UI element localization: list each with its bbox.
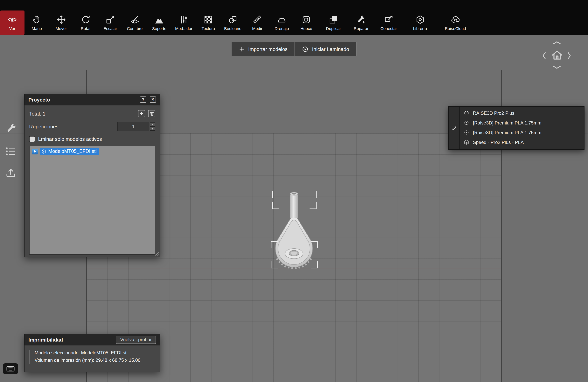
toolbar-separator [437,12,437,33]
ruler-icon [252,15,262,24]
model-list-button[interactable] [5,146,16,157]
expand-arrow-button[interactable] [32,149,38,154]
tool-scale-button[interactable]: Escalar [98,11,123,35]
view-home-button[interactable] [551,49,563,61]
tool-connect-button[interactable]: Conectar [375,11,402,35]
add-model-button[interactable] [138,110,145,117]
tool-rotate-button[interactable]: Rotar [74,11,98,35]
sliders-icon [179,15,189,24]
tool-move-button[interactable]: Mover [49,11,74,35]
import-models-button[interactable]: Importar modelos [232,42,294,56]
tool-label: Drenaje [274,26,289,31]
printer-icon [463,110,469,116]
model-3d-object[interactable] [272,189,316,269]
view-up-button[interactable] [552,40,562,46]
slice-template-label: Speed - Pro2 Plus - PLA [473,139,524,145]
support-icon [154,15,164,24]
start-slice-button[interactable]: Iniciar Laminado [294,42,356,56]
printability-panel: ••••• Imprimibilidad Vuelva...probar Mod… [24,334,160,372]
tool-raisecloud-button[interactable]: RaiseCloud [438,11,473,35]
selection-bracket [271,261,278,268]
delete-model-button[interactable] [148,110,155,117]
main-action-buttons: Importar modelos Iniciar Laminado [231,42,357,56]
tool-duplicate-button[interactable]: Duplicar [320,11,347,35]
tool-repair-button[interactable]: Reparar [347,11,375,35]
play-icon [302,46,309,52]
selection-bracket [271,241,278,248]
printer-type-row[interactable]: RAISE3D Pro2 Plus [460,108,584,118]
export-upload-button[interactable] [5,167,16,179]
view-right-button[interactable] [566,51,572,60]
tool-drain-button[interactable]: Drenaje [270,11,294,35]
drain-icon [277,15,287,24]
panel-resize-grip[interactable] [155,252,159,256]
settings-wrench-button[interactable] [6,123,17,134]
project-panel-titlebar[interactable]: Proyecto ? ✕ [24,94,160,106]
filament-left-label: [Raise3D] Premium PLA 1.75mm [473,120,541,126]
import-models-label: Importar modelos [248,46,287,52]
tool-label: Rotar [81,26,91,31]
view-left-button[interactable] [541,51,547,60]
keyboard-shortcuts-button[interactable] [5,364,16,373]
model-list-item[interactable]: ModeloMT05_EFDI.stl [30,147,154,156]
triangle-down-icon [151,128,154,129]
tool-label: Duplicar [326,26,341,31]
tool-label: Conectar [380,26,397,31]
tool-library-button[interactable]: Librería [404,11,436,35]
tool-hand-button[interactable]: Mano [24,11,49,35]
slice-template-row[interactable]: Speed - Pro2 Plus - PLA [460,137,584,147]
selection-bracket [310,202,316,209]
eye-icon [7,15,17,24]
repetitions-input[interactable] [117,122,149,131]
tool-measure-button[interactable]: Medir [245,11,270,35]
repetitions-step-up-button[interactable] [150,122,155,127]
rotate-icon [81,15,91,24]
pencil-icon [451,125,457,131]
tool-modifier-button[interactable]: Mod...dor [171,11,196,35]
repetitions-step-down-button[interactable] [150,127,155,131]
help-button[interactable]: ? [140,96,146,103]
toolbar-separator [319,12,319,33]
home-icon [551,49,563,61]
printability-panel-titlebar[interactable]: Imprimibilidad Vuelva...probar [24,334,160,345]
upload-icon [5,167,16,179]
printability-panel-title: Imprimibilidad [28,337,63,342]
plus-icon [139,111,144,116]
triangle-right-icon [34,150,36,153]
recheck-button[interactable]: Vuelva...probar [116,336,156,344]
project-panel-title: Proyecto [28,97,50,103]
connect-icon [384,15,394,24]
view-down-button[interactable] [552,64,562,70]
tool-cut-button[interactable]: Cor...bre [123,11,147,35]
tool-view-button[interactable]: Ver [0,11,24,35]
tool-label: Medir [252,26,262,31]
popup-edit-rail[interactable] [449,106,460,149]
resize-grip-icon [155,252,159,256]
filament-spool-icon [463,120,469,126]
laminate-active-only-checkbox[interactable] [29,136,35,142]
scale-icon [105,15,115,24]
selection-bracket [311,241,318,248]
keyboard-icon [5,364,16,373]
hollow-frame-icon [301,15,311,24]
tool-texture-button[interactable]: Textura [196,11,221,35]
close-button[interactable]: ✕ [150,96,156,103]
selection-bracket [272,202,279,209]
filament-left-row[interactable]: [Raise3D] Premium PLA 1.75mm [460,118,584,127]
total-count-label: Total: 1 [29,111,45,117]
cube-icon [41,149,46,154]
wrench-plus-icon [356,15,366,24]
tool-boolean-button[interactable]: Booleano [221,11,245,35]
model-filename: ModeloMT05_EFDI.stl [48,149,97,154]
tool-hollow-button[interactable]: Hueco [294,11,318,35]
layers-icon [463,139,469,145]
tool-support-button[interactable]: Soporte [147,11,171,35]
filament-right-row[interactable]: [Raise3D] Premium PLA 1.75mm [460,127,584,137]
laminate-active-only-label: Lminar sólo modelos activos [38,136,102,142]
model-list: ModeloMT05_EFDI.stl [29,146,155,255]
tool-label: Mover [56,26,67,31]
selection-bracket [311,261,318,268]
duplicate-icon [329,15,338,24]
app-window: Ver Mano Mover Rotar Escalar Cor...bre [0,0,588,382]
selected-model-entry: ModeloMT05_EFDI.stl [40,148,99,155]
